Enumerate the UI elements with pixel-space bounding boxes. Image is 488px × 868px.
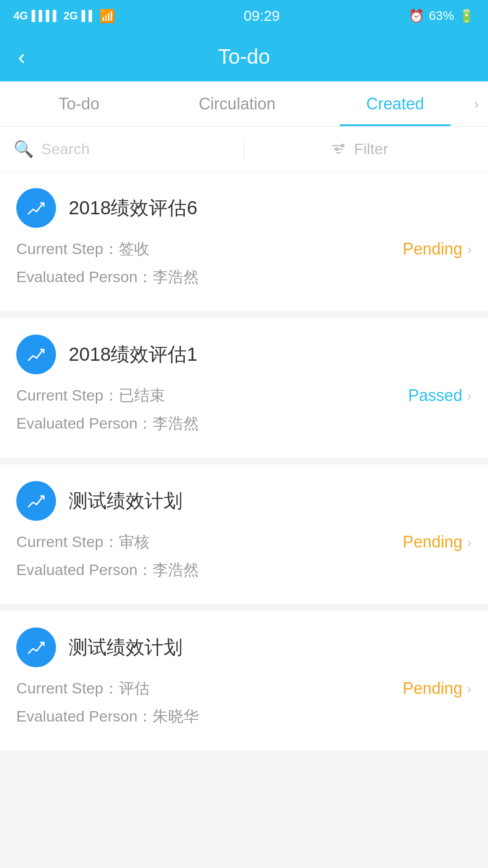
item-title: 2018绩效评估1 [69,342,197,367]
item-person-row: Evaluated Person：李浩然 [16,560,472,580]
chart-icon [25,636,47,659]
step-label: Current Step：已结束 [16,385,165,406]
item-icon [16,627,56,667]
filter-button[interactable]: Filter [244,140,475,158]
item-icon [16,188,56,228]
page-title: To-do [218,44,270,69]
item-step-row: Current Step：已结束 Passed › [16,385,472,406]
search-filter-bar: 🔍 Search Filter [0,127,488,172]
status-bar: 4G ▌▌▌▌ 2G ▌▌ 📶 09:29 ⏰ 63% 🔋 [0,0,488,32]
chevron-right-icon: › [467,680,472,697]
item-details: Current Step：签收 Pending › Evaluated Pers… [16,239,472,288]
status-text: Pending [403,533,462,552]
tab-todo[interactable]: To-do [0,81,158,126]
item-header: 测试绩效计划 [16,481,472,521]
header: ‹ To-do [0,32,488,81]
items-list: 2018绩效评估6 Current Step：签收 Pending › Eval… [0,172,488,750]
network-4g: 4G [14,9,28,22]
item-step-row: Current Step：审核 Pending › [16,532,472,552]
list-item[interactable]: 2018绩效评估6 Current Step：签收 Pending › Eval… [0,172,488,311]
item-details: Current Step：评估 Pending › Evaluated Pers… [16,678,472,727]
chevron-right-icon: › [467,534,472,551]
item-header: 2018绩效评估1 [16,335,472,374]
wifi-icon: 📶 [99,9,115,24]
battery-icon: 🔋 [459,9,474,24]
step-label: Current Step：审核 [16,532,150,552]
filter-icon [330,141,347,157]
tab-bar: To-do Circulation Created › [0,81,488,127]
step-label: Current Step：评估 [16,678,150,699]
signal-icon-1: ▌▌▌▌ [32,10,60,22]
list-item[interactable]: 测试绩效计划 Current Step：评估 Pending › Evaluat… [0,611,488,750]
search-placeholder: Search [41,140,90,158]
tab-circulation[interactable]: Circulation [158,81,316,126]
item-title: 测试绩效计划 [69,488,183,514]
person-label: Evaluated Person：李浩然 [16,413,199,434]
signal-icon-2: ▌▌ [81,10,95,22]
item-header: 2018绩效评估6 [16,188,472,228]
item-person-row: Evaluated Person：朱晓华 [16,706,472,727]
item-title: 测试绩效计划 [69,635,183,660]
filter-label: Filter [354,140,388,158]
alarm-icon: ⏰ [408,9,424,24]
search-icon: 🔍 [14,140,34,159]
list-item[interactable]: 测试绩效计划 Current Step：审核 Pending › Evaluat… [0,465,488,604]
chart-icon [25,490,47,512]
status-right: ⏰ 63% 🔋 [408,9,474,24]
tab-more-arrow: › [474,95,488,112]
tab-created[interactable]: Created [316,81,474,126]
chevron-right-icon: › [467,241,472,258]
item-person-row: Evaluated Person：李浩然 [16,267,472,288]
item-person-row: Evaluated Person：李浩然 [16,413,472,434]
search-section[interactable]: 🔍 Search [14,140,244,159]
item-title: 2018绩效评估6 [69,195,197,221]
chevron-right-icon: › [467,387,472,404]
item-details: Current Step：审核 Pending › Evaluated Pers… [16,532,472,580]
chart-icon [25,197,47,219]
item-status: Pending › [403,533,472,552]
status-text: Pending [403,240,462,259]
person-label: Evaluated Person：李浩然 [16,560,199,580]
item-header: 测试绩效计划 [16,627,472,667]
status-left: 4G ▌▌▌▌ 2G ▌▌ 📶 [14,9,115,24]
chart-icon [25,343,47,366]
network-2g: 2G [63,9,78,22]
item-status: Passed › [408,386,472,405]
step-label: Current Step：签收 [16,239,150,259]
person-label: Evaluated Person：李浩然 [16,267,199,288]
item-icon [16,335,56,374]
item-step-row: Current Step：评估 Pending › [16,678,472,699]
item-status: Pending › [403,679,472,698]
battery-percent: 63% [429,9,454,23]
status-text: Pending [403,679,462,698]
list-item[interactable]: 2018绩效评估1 Current Step：已结束 Passed › Eval… [0,318,488,458]
item-details: Current Step：已结束 Passed › Evaluated Pers… [16,385,472,434]
status-time: 09:29 [244,8,280,24]
item-status: Pending › [403,240,472,259]
person-label: Evaluated Person：朱晓华 [16,706,199,727]
back-button[interactable]: ‹ [18,44,25,69]
status-text: Passed [408,386,462,405]
item-icon [16,481,56,521]
item-step-row: Current Step：签收 Pending › [16,239,472,259]
